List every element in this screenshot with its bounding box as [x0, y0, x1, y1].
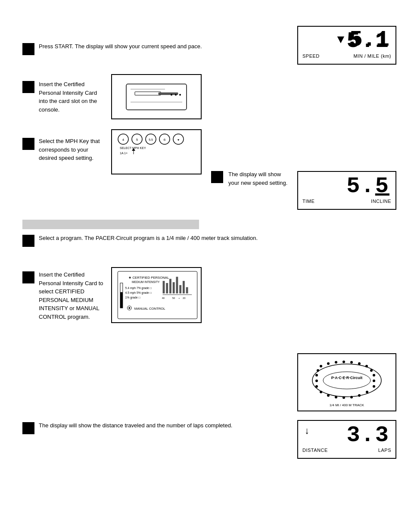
svg-point-61	[358, 394, 361, 397]
svg-point-63	[342, 396, 345, 399]
svg-rect-36	[183, 281, 185, 293]
time-incline-value: 5.5	[298, 172, 395, 198]
pacer-circuit-illustration: P·A·C·E·R·Circuit	[297, 353, 396, 411]
svg-rect-33	[173, 282, 175, 293]
svg-rect-0	[126, 84, 187, 110]
mph-key-illustration: 4 5 5.5 6 ♥ SELECT MPH KEY 1A 1+	[111, 129, 202, 174]
svg-point-70	[317, 369, 319, 372]
svg-text:♥: ♥	[177, 138, 179, 141]
card-reader-svg	[122, 80, 191, 114]
svg-rect-35	[179, 285, 181, 293]
time-incline-display: 5.5 TIME INCLINE	[297, 171, 396, 210]
step6-indicator	[22, 271, 34, 283]
svg-text:1A   1+: 1A 1+	[120, 152, 128, 155]
step3-text: Select the MPH Key that corresponds to y…	[39, 137, 103, 162]
svg-text:5.4 mph  7% grade □: 5.4 mph 7% grade □	[125, 286, 152, 290]
svg-text:MANUAL CONTROL: MANUAL CONTROL	[134, 307, 165, 311]
svg-text:6: 6	[164, 138, 166, 142]
svg-point-56	[370, 369, 373, 372]
card-slot-illustration	[111, 74, 202, 119]
distance-laps-value: ↓ 3.3	[298, 421, 395, 447]
svg-rect-24	[120, 292, 123, 308]
distance-laps-labels: DISTANCE LAPS	[298, 447, 395, 455]
svg-point-51	[335, 361, 337, 364]
step2-text: Insert the Certified Personal Intensity …	[39, 80, 103, 114]
step7-indicator	[22, 422, 34, 434]
svg-point-55	[365, 365, 368, 367]
time-label: TIME	[302, 199, 314, 204]
svg-text:P·A·C·E·R·Circuit: P·A·C·E·R·Circuit	[331, 376, 363, 380]
svg-text:SELECT MPH KEY: SELECT MPH KEY	[120, 146, 146, 149]
step2-indicator	[22, 81, 34, 93]
step7-text: The display will show the distance trave…	[39, 421, 280, 430]
pacer-circuit-svg: P·A·C·E·R·Circuit	[302, 357, 392, 408]
svg-point-68	[315, 380, 318, 382]
distance-laps-display: ↓ 3.3 DISTANCE LAPS	[297, 420, 396, 459]
svg-text:5: 5	[136, 138, 138, 142]
intensity-card-illustration: ★ CERTIFIED PERSONAL MEDIUM INTENSITY 5.…	[111, 267, 202, 323]
svg-rect-30	[163, 281, 165, 293]
step3-indicator	[22, 138, 34, 150]
speed-value-overlay: ▼ 5.1	[302, 27, 395, 53]
speed-label: SPEED	[302, 53, 320, 59]
svg-point-57	[373, 374, 375, 376]
step4-indicator	[211, 171, 223, 183]
step5-indicator	[22, 235, 34, 247]
svg-rect-37	[186, 287, 188, 293]
svg-point-5	[171, 94, 172, 96]
incline-label: INCLINE	[371, 199, 391, 204]
svg-text:40: 40	[162, 297, 165, 299]
svg-point-59	[373, 385, 375, 388]
svg-text:1/4 MI / 400 M TRACK: 1/4 MI / 400 M TRACK	[330, 403, 364, 407]
svg-point-66	[320, 391, 322, 393]
svg-point-49	[320, 365, 322, 367]
mph-keys-svg: 4 5 5.5 6 ♥ SELECT MPH KEY 1A 1+	[115, 133, 197, 156]
svg-point-54	[358, 362, 361, 365]
time-incline-labels: TIME INCLINE	[298, 198, 395, 206]
svg-rect-31	[166, 283, 168, 293]
svg-point-67	[315, 385, 318, 388]
svg-point-7	[179, 94, 181, 96]
svg-point-69	[315, 374, 318, 376]
svg-point-46	[312, 364, 381, 397]
svg-text:5.5: 5.5	[149, 138, 153, 141]
svg-point-52	[342, 361, 345, 363]
svg-text:+: +	[178, 297, 180, 299]
laps-label: LAPS	[378, 448, 391, 453]
svg-text:4.5 mph  5% grade □: 4.5 mph 5% grade □	[125, 291, 152, 295]
svg-text:20: 20	[183, 297, 185, 299]
svg-point-6	[175, 94, 177, 96]
section-divider	[22, 220, 199, 229]
step5-text: Select a program. The PACER·Circuit prog…	[39, 234, 289, 243]
svg-text:4: 4	[122, 138, 125, 142]
svg-point-60	[366, 391, 368, 393]
svg-rect-34	[176, 277, 178, 293]
step1-indicator	[22, 43, 34, 55]
svg-rect-32	[169, 279, 171, 293]
svg-point-62	[350, 396, 353, 398]
svg-text:50: 50	[172, 297, 175, 299]
min-mile-label: MIN / MILE (km)	[353, 53, 391, 59]
svg-point-64	[335, 396, 337, 398]
svg-text:1% grade □: 1% grade □	[125, 296, 140, 299]
svg-point-50	[327, 362, 330, 365]
svg-text:★ CERTIFIED PERSONAL: ★ CERTIFIED PERSONAL	[128, 276, 169, 280]
svg-point-53	[350, 361, 353, 364]
svg-point-65	[327, 394, 330, 397]
svg-point-47	[323, 372, 371, 389]
svg-point-44	[128, 307, 130, 309]
svg-rect-1	[135, 92, 161, 95]
distance-label: DISTANCE	[302, 448, 328, 453]
speed-labels: SPEED MIN / MILE (km)	[298, 53, 395, 61]
step1-text: Press START. The display will show your …	[39, 42, 280, 51]
step6-text: Insert the Certified Personal Intensity …	[39, 271, 103, 321]
intensity-card-svg: ★ CERTIFIED PERSONAL MEDIUM INTENSITY 5.…	[115, 271, 199, 320]
svg-point-58	[373, 380, 375, 382]
step4-text: The display will show your new speed set…	[228, 170, 289, 187]
svg-text:MEDIUM    INTENSITY: MEDIUM INTENSITY	[132, 280, 160, 283]
